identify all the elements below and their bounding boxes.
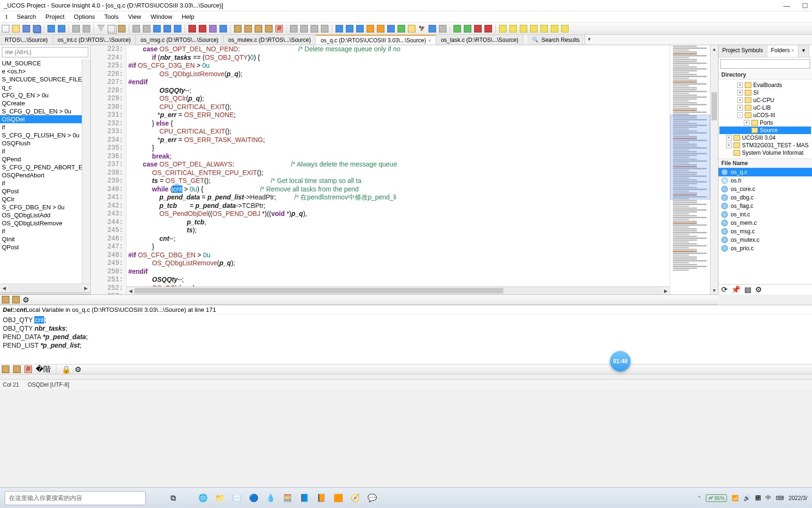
- tree-item[interactable]: +UCOSIII 3.04: [719, 134, 811, 142]
- editor-tab[interactable]: os_task.c (D:\RTOS\...\Source): [436, 35, 523, 45]
- sync2-button[interactable]: [57, 24, 66, 33]
- folder-filter-input[interactable]: [720, 59, 810, 69]
- symbol-item[interactable]: UM_SOURCE: [0, 59, 90, 67]
- close-icon[interactable]: ×: [791, 48, 794, 53]
- calc-icon[interactable]: 🧮: [281, 492, 294, 505]
- symbol-item[interactable]: S_CFG_Q_DEL_EN > 0u: [0, 107, 90, 115]
- scroll-down-icon[interactable]: ▼: [710, 286, 718, 294]
- app3-icon[interactable]: 🟧: [332, 492, 345, 505]
- menu-project[interactable]: Project: [41, 13, 69, 20]
- indent-plus-button[interactable]: [453, 24, 462, 33]
- cut-button[interactable]: [96, 24, 106, 33]
- hl-c-button[interactable]: [519, 24, 528, 33]
- clock[interactable]: 2022/3/: [789, 495, 807, 501]
- battery-icon[interactable]: 🗲 95%: [706, 494, 727, 502]
- symbol-item[interactable]: QPost: [0, 187, 90, 195]
- file-item[interactable]: os_int.c: [718, 210, 812, 219]
- file-item[interactable]: os_dbg.c: [718, 193, 812, 202]
- editor-tab[interactable]: os_msg.c (D:\RTOS\...\Source): [136, 35, 224, 45]
- pin-icon[interactable]: 📌: [731, 285, 741, 294]
- book4-button[interactable]: [264, 24, 273, 33]
- symbol-item[interactable]: QCreate: [0, 99, 90, 107]
- editor-tab[interactable]: os_mutex.c (D:\RTOS\...\Source): [224, 35, 316, 45]
- symbol-list[interactable]: UM_SOURCEe <os.h>S_INCLUDE_SOURCE_FILE_N…: [0, 59, 90, 284]
- symbol-item[interactable]: OSQPendAbort: [0, 171, 90, 179]
- editor-tab[interactable]: RTOS\...\Source): [0, 35, 53, 45]
- book-icon[interactable]: [2, 365, 9, 373]
- paste-button[interactable]: [117, 24, 126, 33]
- safari-icon[interactable]: 🧭: [349, 492, 362, 505]
- tree-item[interactable]: +Ports: [719, 119, 811, 127]
- minimap[interactable]: [670, 45, 710, 294]
- ppt-icon[interactable]: 📙: [315, 492, 328, 505]
- editor-tab[interactable]: os_int.c (D:\RTOS\...\Source): [53, 35, 136, 45]
- lock-icon[interactable]: 🔒: [62, 365, 71, 374]
- editor-hscroll[interactable]: ◀▶: [126, 286, 670, 294]
- book3-button[interactable]: [254, 24, 263, 33]
- code-area[interactable]: case OS_OPT_DEL_NO_PEND: /* Delete messa…: [126, 45, 670, 294]
- tab-more[interactable]: ▾: [798, 45, 809, 57]
- hl-b-button[interactable]: [508, 24, 518, 33]
- layout1-button[interactable]: [289, 24, 298, 33]
- open-file-button[interactable]: [11, 24, 21, 33]
- go2-button[interactable]: [345, 24, 354, 33]
- explorer-icon[interactable]: 📁: [213, 492, 226, 505]
- refresh-icon[interactable]: ⟳: [721, 285, 727, 294]
- save-all-button[interactable]: [32, 24, 41, 33]
- go10-button[interactable]: [438, 24, 447, 33]
- rec-button[interactable]: [198, 24, 207, 33]
- wechat-icon[interactable]: 💬: [366, 492, 379, 505]
- cortana-icon[interactable]: [149, 492, 163, 505]
- tree-item[interactable]: +EvalBoards: [719, 81, 811, 89]
- menu-search[interactable]: Search: [12, 13, 41, 20]
- symbol-item[interactable]: QInit: [0, 235, 90, 243]
- tree-item[interactable]: +uC-LIB: [719, 104, 811, 111]
- bird-icon[interactable]: 🦅: [417, 24, 427, 33]
- taskbar-search[interactable]: 在这里输入你要搜索的内容: [5, 491, 146, 505]
- tray-expand-icon[interactable]: ⌃: [697, 495, 701, 500]
- symbol-item[interactable]: QClr: [0, 195, 90, 203]
- go3-button[interactable]: [355, 24, 365, 33]
- file-list[interactable]: os_q.cos.hos_core.cos_dbg.cos_flag.cos_i…: [718, 168, 812, 284]
- tab-project-symbols[interactable]: Project Symbols: [718, 45, 767, 57]
- gear-icon[interactable]: ⚙: [755, 285, 762, 294]
- symbol-item[interactable]: q_c: [0, 83, 90, 91]
- symbol-item[interactable]: if: [0, 147, 90, 155]
- tree-item[interactable]: +uC-CPU: [719, 96, 811, 104]
- book1-button[interactable]: [233, 24, 242, 33]
- go9-button[interactable]: [428, 24, 437, 33]
- symbol-item[interactable]: S_INCLUDE_SOURCE_FILE_NA: [0, 75, 90, 83]
- menu-t[interactable]: t: [1, 13, 12, 20]
- context-code[interactable]: OBJ_QTY cnt;OBJ_QTY nbr_tasks;PEND_DATA …: [0, 315, 812, 350]
- file-item[interactable]: os_q.c: [718, 168, 812, 176]
- book-icon[interactable]: [2, 296, 9, 303]
- gear-icon[interactable]: ⚙: [75, 365, 81, 374]
- symbol-item[interactable]: e <os.h>: [0, 67, 90, 75]
- app2-icon[interactable]: 💧: [264, 492, 277, 505]
- hl-f-button[interactable]: [550, 24, 559, 33]
- list-icon[interactable]: ▤: [744, 285, 751, 294]
- editor-vscroll[interactable]: ▲ ▼: [710, 45, 718, 294]
- tool-d-button[interactable]: [163, 24, 172, 33]
- tool-e-button[interactable]: [173, 24, 182, 33]
- editor-tab[interactable]: os_q.c (D:\RTOS\UCOSIII 3.03\...\Source)…: [316, 35, 436, 45]
- symbol-item[interactable]: S_CFG_DBG_EN > 0u: [0, 203, 90, 211]
- file-item[interactable]: os_flag.c: [718, 202, 812, 210]
- outline-icon[interactable]: �階: [36, 365, 51, 374]
- symbol-item[interactable]: CFG_Q_EN > 0u: [0, 91, 90, 99]
- go7-button[interactable]: [397, 24, 406, 33]
- symbol-item[interactable]: OS_QDbgListAdd: [0, 211, 90, 219]
- hl-d-button[interactable]: [529, 24, 539, 33]
- file-item[interactable]: os_mem.c: [718, 219, 812, 227]
- file-item[interactable]: os_msg.c: [718, 227, 812, 236]
- symbol-item[interactable]: QPost: [0, 243, 90, 251]
- file-item[interactable]: os.h: [718, 176, 812, 185]
- menu-tools[interactable]: Tools: [100, 13, 123, 20]
- go4-button[interactable]: [366, 24, 375, 33]
- symbol-item[interactable]: QPend: [0, 155, 90, 163]
- sync-button[interactable]: [47, 24, 56, 33]
- menu-window[interactable]: Window: [146, 13, 177, 20]
- keyboard-icon[interactable]: ⌨: [776, 495, 784, 501]
- new-file-button[interactable]: [1, 24, 10, 33]
- indent-plus2-button[interactable]: [463, 24, 472, 33]
